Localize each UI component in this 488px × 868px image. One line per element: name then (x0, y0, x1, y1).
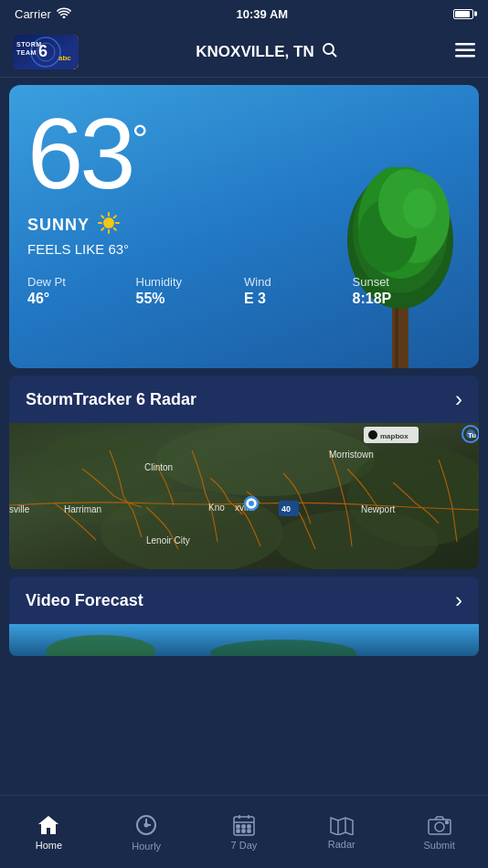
temperature-display: 63° (27, 103, 461, 204)
svg-point-74 (435, 822, 444, 831)
svg-rect-69 (242, 830, 245, 832)
search-icon[interactable] (322, 42, 338, 63)
svg-line-29 (101, 228, 103, 230)
radar-chevron: › (455, 386, 462, 412)
temperature-value: 63° (27, 97, 144, 209)
stat-dew-pt: Dew Pt 46° (27, 275, 136, 307)
stat-humidity: Humidity 55% (136, 275, 245, 307)
degree-symbol: ° (132, 116, 144, 163)
svg-line-26 (101, 216, 103, 217)
svg-text:Tu: Tu (468, 431, 476, 439)
radar-section: StormTracker 6 Radar › (9, 376, 479, 569)
svg-point-21 (103, 217, 114, 228)
status-time: 10:39 AM (237, 7, 289, 21)
calendar-icon (232, 814, 256, 836)
status-bar: Carrier 10:39 AM (0, 0, 488, 27)
nav-submit[interactable]: Submit (390, 814, 488, 851)
svg-line-27 (114, 228, 116, 230)
svg-rect-68 (237, 830, 239, 832)
nav-hourly-label: Hourly (132, 841, 161, 852)
svg-rect-13 (395, 304, 398, 368)
svg-point-75 (445, 820, 448, 823)
location-text: KNOXVILLE, TN (196, 43, 313, 61)
radar-map[interactable]: Clinton Morristown Harriman Kno Newport … (9, 423, 479, 569)
battery-icon (453, 9, 473, 19)
svg-text:mapbox: mapbox (380, 432, 408, 440)
radar-row[interactable]: StormTracker 6 Radar › (9, 376, 479, 423)
video-row[interactable]: Video Forecast › (9, 577, 479, 624)
menu-icon[interactable] (455, 43, 475, 61)
home-icon (37, 814, 60, 836)
svg-rect-10 (455, 49, 475, 52)
bottom-navigation: Home Hourly 7 Day (0, 795, 488, 868)
feels-like: FEELS LIKE 63° (27, 241, 461, 257)
svg-text:Kno: Kno (208, 503, 225, 513)
nav-7day-label: 7 Day (231, 840, 258, 851)
svg-text:Harriman: Harriman (64, 504, 101, 514)
condition-text: SUNNY (27, 216, 90, 235)
nav-home[interactable]: Home (0, 814, 98, 851)
radar-label: StormTracker 6 Radar (26, 390, 196, 409)
svg-text:40: 40 (281, 504, 291, 513)
nav-radar[interactable]: Radar (292, 815, 390, 850)
stat-wind: Wind E 3 (244, 275, 353, 307)
map-icon (329, 815, 355, 835)
video-section: Video Forecast › (9, 577, 479, 656)
logo-badge: 6 STORM TEAM abc (13, 35, 79, 69)
svg-text:sville: sville (9, 504, 30, 514)
svg-rect-9 (455, 43, 475, 46)
svg-point-7 (324, 44, 334, 54)
nav-7day[interactable]: 7 Day (196, 814, 293, 851)
weather-condition: SUNNY FE (27, 211, 461, 257)
header-menu[interactable] (455, 43, 475, 61)
svg-text:Morristown: Morristown (329, 450, 374, 460)
svg-line-28 (114, 216, 116, 217)
camera-icon (427, 814, 452, 836)
svg-rect-65 (237, 825, 239, 828)
svg-rect-11 (455, 55, 475, 58)
sun-icon (97, 211, 121, 238)
svg-text:Newport: Newport (361, 504, 395, 514)
video-label: Video Forecast (26, 591, 143, 610)
condition-row: SUNNY (27, 211, 461, 238)
carrier-text: Carrier (15, 7, 51, 21)
status-carrier: Carrier (15, 7, 71, 21)
video-chevron: › (455, 587, 462, 613)
status-battery (453, 9, 473, 19)
video-preview-svg (9, 624, 479, 656)
svg-line-8 (332, 52, 336, 57)
wifi-icon (57, 7, 71, 21)
svg-rect-70 (248, 830, 250, 832)
svg-text:abc: abc (58, 54, 71, 62)
svg-point-49 (368, 430, 377, 439)
video-preview (9, 624, 479, 656)
nav-radar-label: Radar (328, 839, 355, 850)
svg-rect-67 (248, 825, 250, 828)
nav-hourly[interactable]: Hourly (98, 813, 196, 852)
clock-icon (134, 813, 158, 837)
svg-text:STORM: STORM (16, 41, 42, 48)
svg-rect-66 (242, 825, 245, 828)
weather-card: 63° SUNNY (9, 85, 479, 368)
map-svg: Clinton Morristown Harriman Kno Newport … (9, 423, 479, 569)
svg-text:Lenoir City: Lenoir City (146, 535, 190, 545)
svg-point-32 (155, 423, 375, 496)
stat-sunset: Sunset 8:18P (353, 275, 461, 307)
app-header: 6 STORM TEAM abc KNOXVILLE, TN (0, 27, 488, 78)
nav-submit-label: Submit (423, 840, 454, 851)
svg-text:TEAM: TEAM (16, 49, 37, 56)
svg-point-47 (249, 501, 254, 506)
location-display: KNOXVILLE, TN (196, 42, 337, 63)
nav-home-label: Home (36, 840, 62, 851)
app-logo: 6 STORM TEAM abc (13, 35, 79, 69)
weather-stats: Dew Pt 46° Humidity 55% Wind E 3 Sunset … (27, 275, 461, 307)
svg-text:Clinton: Clinton (144, 462, 173, 472)
